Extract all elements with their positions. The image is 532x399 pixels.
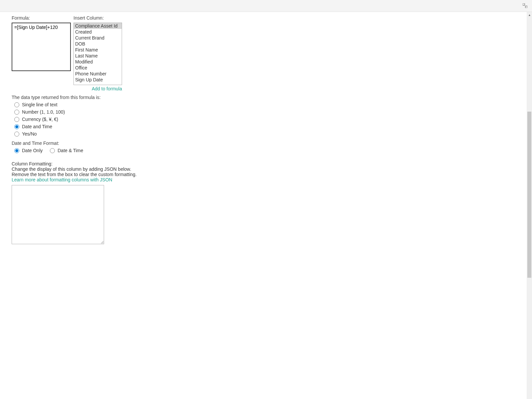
date-format-label: Date and Time Format:: [12, 141, 520, 146]
scroll-up-icon[interactable]: ▴: [527, 12, 532, 17]
datatype-datetime-label[interactable]: Date and Time: [22, 124, 52, 129]
list-item[interactable]: Sign Up Date: [74, 77, 122, 83]
formula-input[interactable]: [12, 23, 71, 71]
datatype-yesno-label[interactable]: Yes/No: [22, 131, 37, 137]
datatype-single-radio[interactable]: [14, 102, 19, 107]
datatype-datetime-radio[interactable]: [14, 124, 19, 129]
list-item[interactable]: Office: [74, 65, 122, 71]
dateformat-dateonly-radio[interactable]: [14, 148, 19, 153]
add-to-formula-link[interactable]: Add to formula: [73, 86, 122, 91]
insert-column-listbox[interactable]: Compliance Asset IdCreatedCurrent BrandD…: [73, 23, 122, 85]
datatype-number-radio[interactable]: [14, 110, 19, 115]
datatype-currency-label[interactable]: Currency ($, ¥, €): [22, 117, 58, 122]
dateformat-dateonly-label[interactable]: Date Only: [22, 148, 43, 153]
settings-panel: Formula: Insert Column: Compliance Asset…: [0, 12, 532, 252]
dateformat-datetime-label[interactable]: Date & Time: [58, 148, 83, 153]
dateformat-datetime-radio[interactable]: [50, 148, 55, 153]
list-item[interactable]: Phone Number: [74, 71, 122, 77]
page-scrollbar[interactable]: ▴: [527, 12, 532, 252]
list-item[interactable]: Last Name: [74, 53, 122, 59]
column-formatting-heading: Column Formatting:: [12, 161, 520, 166]
expand-icon[interactable]: [523, 3, 527, 8]
list-item[interactable]: Created: [74, 29, 122, 35]
json-formatting-link[interactable]: Learn more about formatting columns with…: [12, 177, 520, 182]
list-item[interactable]: Modified: [74, 59, 122, 65]
list-item[interactable]: DOB: [74, 41, 122, 47]
column-formatting-line2: Remove the text from the box to clear th…: [12, 172, 520, 177]
formula-label: Formula:: [12, 15, 71, 21]
datatype-yesno-radio[interactable]: [14, 132, 19, 137]
datatype-currency-radio[interactable]: [14, 117, 19, 122]
datatype-number-label[interactable]: Number (1, 1.0, 100): [22, 109, 65, 115]
datatype-single-label[interactable]: Single line of text: [22, 102, 58, 107]
top-toolbar: [0, 0, 532, 12]
insert-column-label: Insert Column:: [73, 15, 122, 21]
data-type-heading: The data type returned from this formula…: [12, 95, 520, 100]
json-formatting-input[interactable]: [12, 185, 104, 244]
list-item[interactable]: Compliance Asset Id: [74, 23, 122, 29]
list-item[interactable]: First Name: [74, 47, 122, 53]
svg-rect-0: [523, 3, 525, 5]
list-item[interactable]: Current Brand: [74, 35, 122, 41]
svg-rect-1: [525, 6, 527, 8]
column-formatting-line1: Change the display of this column by add…: [12, 166, 520, 172]
scrollbar-thumb[interactable]: [527, 112, 531, 252]
